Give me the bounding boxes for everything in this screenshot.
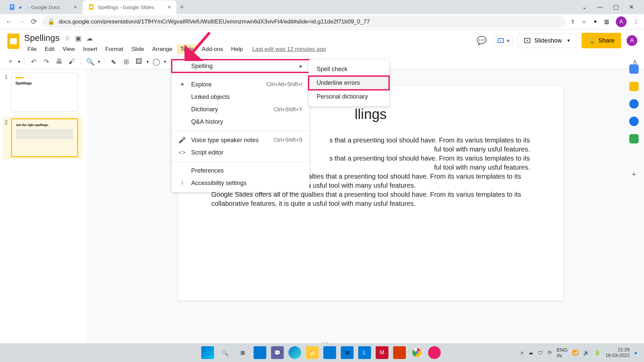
menu-explore[interactable]: ✦ Explore Ctrl+Alt+Shift+I bbox=[172, 78, 309, 91]
forward-icon[interactable]: → bbox=[18, 17, 25, 26]
start-icon[interactable] bbox=[201, 346, 214, 359]
language-indicator[interactable]: ENG IN bbox=[557, 347, 568, 358]
zoom-button[interactable]: 🔍 bbox=[85, 57, 95, 67]
cloud-icon[interactable]: ☁ bbox=[86, 34, 93, 42]
onedrive-icon[interactable]: ☁ bbox=[528, 350, 533, 356]
store-icon[interactable] bbox=[323, 346, 336, 359]
paint-format-button[interactable]: 🖌 bbox=[67, 57, 77, 67]
menu-preferences[interactable]: Preferences bbox=[172, 165, 309, 177]
close-window-icon[interactable]: ✕ bbox=[629, 3, 634, 11]
mcafee-icon[interactable]: M bbox=[376, 346, 388, 359]
mail-icon[interactable]: ✉ bbox=[341, 346, 354, 359]
comments-icon[interactable]: 💬 bbox=[475, 34, 488, 47]
menu-accessibility[interactable]: ⟊ Accessibility settings bbox=[172, 177, 309, 189]
mic-icon: 🎤 bbox=[178, 136, 186, 144]
menu-voice-type[interactable]: 🎤 Voice type speaker notes Ctrl+Shift+S bbox=[172, 134, 309, 146]
reload-icon[interactable]: ⟳ bbox=[31, 17, 37, 26]
chevron-down-icon[interactable]: ⌄ bbox=[582, 3, 587, 11]
tasks-icon[interactable] bbox=[629, 99, 639, 109]
chrome-icon[interactable] bbox=[411, 346, 423, 359]
app-icon[interactable]: L bbox=[358, 346, 371, 359]
close-icon[interactable]: × bbox=[167, 4, 171, 11]
print-button[interactable]: 🖶 bbox=[54, 57, 64, 67]
menu-view[interactable]: View bbox=[59, 45, 78, 54]
back-icon[interactable]: ← bbox=[5, 17, 13, 26]
share-page-icon[interactable]: ⇧ bbox=[571, 18, 575, 25]
app-icon-2[interactable] bbox=[428, 346, 441, 359]
submenu-personal-dictionary[interactable]: Personal dictionary bbox=[309, 90, 389, 104]
menu-file[interactable]: File bbox=[24, 45, 40, 54]
lock-icon: 🔒 bbox=[588, 37, 596, 44]
menu-edit[interactable]: Edit bbox=[41, 45, 58, 54]
slides-icon bbox=[88, 4, 95, 10]
extensions-icon[interactable]: ✦ bbox=[593, 18, 597, 25]
menu-linked-objects[interactable]: Linked objects bbox=[172, 91, 309, 103]
edge-icon[interactable] bbox=[288, 346, 301, 359]
slides-logo[interactable] bbox=[7, 33, 20, 50]
battery-icon[interactable]: 🔋 bbox=[594, 350, 601, 356]
submenu-underline-errors[interactable]: Underline errors bbox=[309, 76, 389, 90]
redo-button[interactable]: ↷ bbox=[41, 57, 51, 67]
kebab-icon[interactable]: ⋮ bbox=[633, 18, 639, 25]
browser-tab-slides[interactable]: Spellings - Google Slides × bbox=[83, 0, 176, 14]
menu-script-editor[interactable]: <> Script editor bbox=[172, 146, 309, 159]
calendar-icon[interactable] bbox=[629, 64, 639, 74]
notifications-icon[interactable]: ● bbox=[634, 350, 637, 356]
svg-rect-7 bbox=[10, 38, 17, 44]
tray-icon-2[interactable]: ⟳ bbox=[548, 350, 552, 356]
menu-dictionary[interactable]: Dictionary Ctrl+Shift+Y bbox=[172, 103, 309, 116]
menu-qa-history[interactable]: Q&A history bbox=[172, 116, 309, 128]
share-button[interactable]: 🔒 Share bbox=[582, 33, 621, 48]
maximize-icon[interactable]: ▢ bbox=[613, 3, 619, 11]
slideshow-button[interactable]: Slideshow ▼ bbox=[518, 33, 576, 48]
present-dropdown[interactable]: ▾ bbox=[494, 36, 513, 46]
explorer-icon[interactable]: 📁 bbox=[306, 346, 319, 359]
profile-avatar[interactable]: A bbox=[616, 16, 627, 27]
address-input[interactable]: 🔒 docs.google.com/presentation/d/1TfHYmC… bbox=[42, 15, 565, 28]
document-title[interactable]: Spellings bbox=[24, 33, 60, 43]
tray-icon[interactable]: 🛡 bbox=[538, 350, 543, 356]
menu-format[interactable]: Format bbox=[102, 45, 127, 54]
spelling-submenu: Spell check Underline errors Personal di… bbox=[309, 60, 389, 106]
shape-tool[interactable]: ◯ bbox=[151, 57, 161, 67]
url-bar: ← → ⟳ 🔒 docs.google.com/presentation/d/1… bbox=[0, 14, 644, 29]
url-text: docs.google.com/presentation/d/1TfHYmCrW… bbox=[59, 18, 370, 25]
code-icon: <> bbox=[178, 149, 186, 156]
sidepanel-icon[interactable]: ▥ bbox=[604, 18, 609, 25]
menu-help[interactable]: Help bbox=[228, 45, 246, 54]
new-tab-button[interactable]: + bbox=[180, 3, 184, 11]
volume-icon[interactable]: 🔊 bbox=[583, 350, 590, 356]
clock[interactable]: 21:29 16-03-2022 bbox=[605, 347, 630, 358]
chat-icon[interactable]: 💬 bbox=[271, 346, 284, 359]
slide-thumbnail-2[interactable]: Get the right spellings. bbox=[11, 118, 78, 157]
contacts-icon[interactable] bbox=[629, 117, 639, 126]
search-icon[interactable]: 🔍 bbox=[219, 346, 231, 359]
widgets-icon[interactable] bbox=[254, 346, 266, 359]
move-icon[interactable]: ▣ bbox=[75, 34, 82, 42]
undo-button[interactable]: ↶ bbox=[29, 57, 39, 67]
star-icon[interactable]: ☆ bbox=[582, 18, 586, 25]
last-edit-link[interactable]: Last edit was 12 minutes ago bbox=[252, 45, 326, 54]
keep-icon[interactable] bbox=[629, 82, 639, 91]
slide-thumbnail-1[interactable]: Spellings bbox=[11, 73, 78, 112]
submenu-spell-check[interactable]: Spell check bbox=[309, 62, 389, 76]
menu-arrange[interactable]: Arrange bbox=[149, 45, 175, 54]
image-tool[interactable]: 🖼 bbox=[134, 57, 144, 67]
maps-icon[interactable] bbox=[629, 134, 639, 143]
close-icon[interactable]: × bbox=[73, 4, 77, 11]
select-tool[interactable]: ⬉ bbox=[108, 57, 118, 67]
account-avatar[interactable]: A bbox=[627, 35, 637, 46]
star-icon[interactable]: ☆ bbox=[64, 34, 70, 42]
wifi-icon[interactable]: 📶 bbox=[572, 350, 579, 356]
textbox-tool[interactable]: ⊞ bbox=[121, 57, 131, 67]
chevron-up-icon[interactable]: ʌ bbox=[521, 350, 524, 356]
new-slide-button[interactable]: + bbox=[5, 57, 15, 67]
add-sidepanel-icon[interactable]: + bbox=[632, 170, 636, 179]
office-icon[interactable] bbox=[393, 346, 406, 359]
chevron-right-icon: ▸ bbox=[300, 62, 303, 70]
menu-slide[interactable]: Slide bbox=[128, 45, 148, 54]
minimize-icon[interactable]: — bbox=[597, 3, 603, 11]
task-view-icon[interactable]: ⊞ bbox=[236, 346, 249, 359]
browser-tab-docs[interactable]: ● . - Google Docs × bbox=[3, 0, 83, 14]
menu-insert[interactable]: Insert bbox=[79, 45, 101, 54]
